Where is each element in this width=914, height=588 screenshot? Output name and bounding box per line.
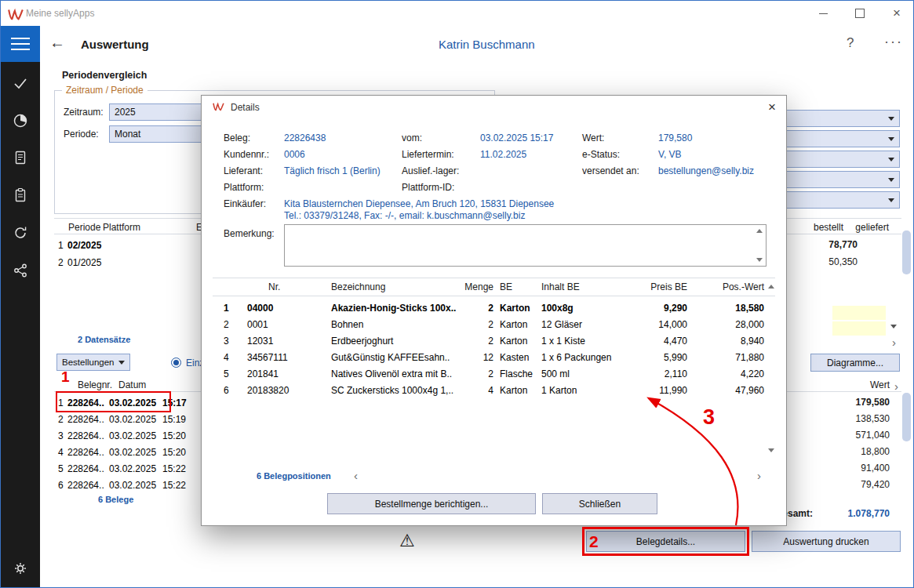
wert-cell: 18,580: [696, 303, 764, 314]
vom-value: 03.02.2025 15:17: [480, 133, 553, 144]
diagramme-button[interactable]: Diagramme...: [810, 354, 900, 372]
auswertung-drucken-button[interactable]: Auswertung drucken: [752, 531, 901, 552]
scroll-right-icon[interactable]: ›: [892, 336, 896, 348]
datum-cell: 03.02.2025: [109, 480, 156, 491]
preis-cell: 9,290: [616, 303, 687, 314]
period-row[interactable]: 1 02/2025: [54, 237, 211, 253]
col-header-bezeichnung: Bezeichnung: [331, 282, 385, 293]
position-row[interactable]: 4 34567111 Gut&Günstig KAFFEEsahn.. 12 K…: [202, 349, 786, 365]
belegnr-cell: 228264..: [67, 447, 104, 458]
col-header-datum: Datum: [118, 380, 146, 391]
period-cell: 01/2025: [67, 257, 101, 268]
bestellmenge-berichtigen-button[interactable]: Bestellmenge berichtigen...: [327, 493, 536, 514]
menge-cell: 2: [437, 319, 493, 330]
position-row[interactable]: 6 20183820 SC Zuckersticks 1000x4g 1,.. …: [202, 382, 786, 398]
titlebar: Meine sellyApps ×: [1, 1, 913, 26]
bezeichnung-cell: SC Zuckersticks 1000x4g 1,..: [331, 385, 453, 396]
col-header-belegnr: Belegnr.: [78, 380, 112, 391]
hamburger-menu-button[interactable]: [1, 26, 40, 62]
datum-cell: 03.02.2025: [109, 447, 156, 458]
datum-cell: 03.02.2025: [109, 430, 156, 441]
scroll-down-icon[interactable]: [756, 258, 763, 262]
highlight-cell: [832, 321, 886, 336]
document-icon[interactable]: [13, 150, 28, 165]
zeit-cell: 15:19: [162, 414, 186, 425]
preis-cell: 2,110: [616, 368, 687, 379]
position-row[interactable]: 1 04000 Akazien-Honig-Sticks 100x.. 2 Ka…: [202, 299, 786, 316]
menge-cell: 4: [437, 385, 493, 396]
chevron-down-icon: [118, 361, 125, 365]
be-cell: Karton: [500, 336, 527, 347]
einzel-radio[interactable]: [171, 358, 181, 368]
pie-chart-icon[interactable]: [13, 113, 28, 129]
scroll-up-icon[interactable]: [756, 229, 763, 233]
app-window: Meine sellyApps × ← Auswertung Katrin Bu…: [0, 0, 914, 588]
col-header-wert: Wert: [832, 380, 890, 391]
belegnr-cell: 228264..: [67, 430, 104, 441]
row-num: 1: [58, 240, 64, 251]
page-next-icon[interactable]: ›: [757, 470, 761, 481]
bemerkung-textarea[interactable]: [284, 224, 767, 267]
einkaeufer-line2: Tel.: 03379/31248, Fax: -/-, email: k.bu…: [284, 211, 525, 222]
col-header-nr: Nr.: [268, 282, 280, 293]
menge-cell: 2: [437, 303, 493, 314]
wert-value: 18,800: [817, 447, 890, 458]
minimize-button[interactable]: [806, 1, 840, 26]
scroll-up-icon[interactable]: [768, 285, 774, 289]
chevron-down-icon[interactable]: [890, 325, 897, 328]
back-button[interactable]: ←: [49, 34, 65, 52]
vertical-scrollbar[interactable]: [902, 393, 911, 441]
more-options-icon[interactable]: ···: [884, 34, 903, 50]
col-header-menge: Menge: [437, 282, 493, 293]
beleg-label: Beleg:: [224, 133, 250, 144]
page-title: Auswertung: [81, 38, 149, 51]
bezeichnung-cell: Erdbeerjoghurt: [331, 336, 393, 347]
chevron-down-icon: [888, 158, 894, 162]
maximize-button[interactable]: [843, 1, 877, 26]
zeitraum-label: Zeitraum:: [64, 107, 104, 118]
period-row[interactable]: 2 01/2025: [54, 254, 211, 270]
share-network-icon[interactable]: [13, 263, 28, 278]
help-icon[interactable]: ?: [847, 35, 854, 51]
check-icon[interactable]: [13, 75, 28, 91]
nr-cell: 201841: [247, 368, 279, 379]
schliessen-button[interactable]: Schließen: [542, 493, 657, 514]
bestellt-value: 50,350: [801, 257, 858, 268]
gear-icon[interactable]: [13, 561, 28, 576]
chevron-down-icon: [888, 178, 894, 182]
position-row[interactable]: 3 12031 Erdbeerjoghurt 2 Karton 1 x 1 Ki…: [202, 332, 786, 349]
preis-cell: 11,990: [616, 385, 687, 396]
zeit-cell: 15:20: [162, 447, 186, 458]
preis-cell: 14,000: [616, 319, 687, 330]
row-num: 2: [58, 257, 64, 268]
details-dialog: Details × Beleg: 22826438 vom: 03.02.202…: [201, 95, 787, 526]
row-num: 2: [58, 414, 64, 425]
hamburger-icon: [11, 38, 30, 39]
scroll-right-icon[interactable]: ›: [894, 380, 898, 392]
liefertermin-value: 11.02.2025: [480, 150, 526, 161]
col-header-bestellt: bestellt: [795, 223, 843, 234]
position-row[interactable]: 2 0001 Bohnen 2 Karton 12 Gläser 14,000 …: [202, 316, 786, 332]
datum-cell: 03.02.2025: [109, 463, 156, 474]
maximize-icon: [855, 9, 865, 18]
highlight-cell: [832, 306, 886, 320]
vertical-scrollbar[interactable]: [902, 230, 911, 274]
wert-value: 79,420: [817, 480, 890, 491]
close-icon: ×: [893, 5, 901, 21]
refresh-icon[interactable]: [13, 225, 28, 241]
wert-cell: 47,960: [696, 385, 764, 396]
close-button[interactable]: ×: [879, 1, 914, 26]
wert-cell: 8,940: [696, 336, 764, 347]
lieferant-value: Täglich frisch 1 (Berlin): [284, 166, 381, 177]
user-name[interactable]: Katrin Buschmann: [439, 38, 535, 51]
col-header-pos-wert: Pos.-Wert: [696, 282, 764, 293]
position-row[interactable]: 5 201841 Natives Olivenöl extra mit B.. …: [202, 365, 786, 382]
dialog-close-button[interactable]: ×: [761, 97, 783, 117]
page-prev-icon[interactable]: ‹: [354, 470, 358, 481]
scroll-down-icon[interactable]: [768, 448, 774, 452]
clipboard-icon[interactable]: [13, 187, 28, 203]
be-cell: Kasten: [500, 352, 529, 363]
ausliefлager-label: Auslief.-lager:: [402, 166, 459, 177]
be-cell: Karton: [500, 385, 527, 396]
annotation-step-3: 3: [703, 407, 715, 428]
